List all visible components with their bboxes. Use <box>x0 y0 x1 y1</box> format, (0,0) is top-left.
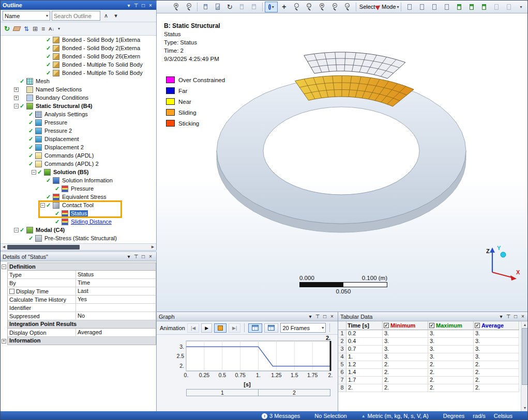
panel-menu-icon[interactable]: ▾ <box>125 254 132 259</box>
table-cell[interactable]: 1. <box>346 353 383 361</box>
messages-status[interactable]: i 3 Messages <box>262 413 300 419</box>
scope-options-icon[interactable]: ▾ <box>112 11 120 21</box>
tree-item-bonded-multiple-to-solid-body[interactable]: ✓Bonded - Multiple To Solid Body <box>1 69 156 77</box>
table-cell[interactable]: 2. <box>383 369 428 377</box>
tree-item-bonded-solid-body-1-externa[interactable]: ✓Bonded - Solid Body 1(Externa <box>1 36 156 44</box>
time-history-chart[interactable]: 0.0.250.50.751.1.251.51.752.3.2.52.2. <box>158 336 337 381</box>
table-cell[interactable]: 3. <box>474 338 519 346</box>
tree-item-status[interactable]: ✓Status <box>1 209 156 217</box>
tabular-panel-header[interactable]: Tabular Data ▾ ⊤ □ × <box>338 312 528 321</box>
table-row[interactable]: 10.23.3.3. <box>338 330 521 338</box>
details-value-calculate-time-history[interactable]: Yes <box>76 295 156 304</box>
table-row[interactable]: 82.2.2.2. <box>338 384 521 392</box>
result-table-button[interactable] <box>264 323 278 333</box>
scrollbar-thumb[interactable] <box>7 245 80 250</box>
expander-icon[interactable]: − <box>32 170 36 175</box>
tree-item-pre-stress-static-structural[interactable]: ✓Pre-Stress (Static Structural) <box>1 234 156 242</box>
tree-item-sliding-distance[interactable]: ✓Sliding Distance <box>1 217 156 226</box>
table-cell[interactable]: 0.2 <box>346 330 383 338</box>
named-selection-worksheet-button[interactable] <box>466 2 477 12</box>
tree-item-commands-apdl[interactable]: ✓Commands (APDL) <box>1 151 156 160</box>
load-step-2[interactable]: 2 <box>259 390 330 396</box>
tree-item-solution-b5[interactable]: −✓Solution (B5) <box>1 168 156 176</box>
table-cell[interactable]: 2. <box>428 361 474 369</box>
zoom-dynamic-button[interactable]: ↔ <box>341 2 353 12</box>
table-cell[interactable]: 3. <box>383 338 428 346</box>
tree-item-analysis-settings[interactable]: ✓Analysis Settings <box>1 110 156 118</box>
sort-arrows-icon[interactable]: ⇅ <box>24 25 29 33</box>
column-header-maximum[interactable]: ✓Maximum <box>428 321 474 330</box>
sort-az-icon[interactable]: A↓ <box>49 26 54 32</box>
load-step-1[interactable]: 1 <box>187 390 259 396</box>
table-cell[interactable]: 2. <box>474 369 519 377</box>
table-cell[interactable]: 3. <box>383 353 428 361</box>
skip-to-start-button[interactable]: |◀ <box>187 323 199 333</box>
temperature-status[interactable]: Celsius <box>494 413 512 419</box>
expander-icon[interactable]: − <box>40 203 45 208</box>
scroll-up-icon[interactable]: ▲ <box>523 321 527 328</box>
panel-menu-icon[interactable]: ▾ <box>497 314 505 319</box>
frames-dropdown[interactable]: 20 Frames ▾ <box>280 323 326 333</box>
tree-item-boundary-conditions[interactable]: +Boundary Conditions <box>1 94 156 102</box>
tree-item-bonded-solid-body-2-externa[interactable]: ✓Bonded - Solid Body 2(Externa <box>1 44 156 52</box>
column-header-minimum[interactable]: ✓Minimum <box>383 321 428 330</box>
tree-item-mesh[interactable]: ✓Mesh <box>1 77 156 85</box>
pin-icon[interactable]: ⊤ <box>132 254 140 259</box>
table-cell[interactable]: 3. <box>474 330 519 338</box>
tree-view-icon[interactable]: ≡ <box>41 25 45 33</box>
clear-filter-icon[interactable] <box>12 26 21 31</box>
table-row[interactable]: 71.72.2.2. <box>338 377 521 384</box>
table-cell[interactable]: 2. <box>428 369 474 377</box>
zoom-box-button[interactable]: □ <box>303 2 315 12</box>
details-panel-header[interactable]: Details of "Status" ▾ ⊤ □ × <box>1 252 156 261</box>
table-cell[interactable]: 2. <box>428 384 474 392</box>
tree-item-displacement-2[interactable]: ✓Displacement 2 <box>1 143 156 151</box>
tree-item-commands-apdl-2[interactable]: ✓Commands (APDL) 2 <box>1 160 156 168</box>
mode-dropdown[interactable]: Mode ▾ <box>377 2 399 12</box>
details-value-display-option[interactable]: Averaged <box>76 329 156 337</box>
expand-all-icon[interactable]: ⊞ <box>33 25 38 33</box>
angular-velocity-status[interactable]: rad/s <box>473 413 485 419</box>
parameters-worksheet-button[interactable] <box>478 2 490 12</box>
skip-to-end-button[interactable]: ▶| <box>229 323 240 333</box>
scope-up-button[interactable]: ∧ <box>102 11 110 21</box>
table-cell[interactable]: 3. <box>428 330 474 338</box>
table-cell[interactable]: 0.7 <box>346 346 383 353</box>
select-type-dropdown[interactable]: ▾ <box>265 2 278 12</box>
scrollbar-track[interactable] <box>7 244 149 250</box>
triad[interactable]: Z Y X <box>474 244 521 282</box>
result-chart-button[interactable] <box>248 323 262 333</box>
outline-panel-header[interactable]: Outline ▾ ⊤ □ × <box>1 1 156 10</box>
selection-worksheet-button[interactable] <box>454 2 465 12</box>
scroll-left-icon[interactable]: ◀ <box>1 245 7 249</box>
tabular-scrollbar[interactable]: ▲ ▼ <box>521 321 528 411</box>
table-cell[interactable]: 2. <box>346 384 383 392</box>
edge-display-button[interactable] <box>503 2 515 12</box>
table-cell[interactable]: 2. <box>383 361 428 369</box>
expander-icon[interactable]: − <box>14 104 19 108</box>
table-cell[interactable]: 3. <box>383 346 428 353</box>
table-cell[interactable]: 2. <box>383 377 428 384</box>
scroll-right-icon[interactable]: ▶ <box>149 245 156 249</box>
box-zoom-button[interactable] <box>200 2 211 12</box>
details-value-type[interactable]: Status <box>76 271 156 279</box>
column-header-average[interactable]: ✓Average <box>474 321 519 330</box>
float-icon[interactable]: □ <box>321 314 328 319</box>
table-cell[interactable]: 3. <box>474 353 519 361</box>
filter-vertex-button[interactable] <box>404 2 415 12</box>
scrollbar-track[interactable] <box>521 328 528 405</box>
rotate-view-button[interactable]: ↻ <box>224 2 235 12</box>
filter-body-button[interactable] <box>441 2 452 12</box>
scroll-down-icon[interactable]: ▼ <box>523 405 527 411</box>
table-cell[interactable]: 3. <box>428 346 474 353</box>
table-cell[interactable]: 1.4 <box>346 369 383 377</box>
panel-menu-icon[interactable]: ▾ <box>307 314 314 319</box>
tree-item-pressure[interactable]: ✓Pressure <box>1 118 156 127</box>
tree-item-displacement[interactable]: ✓Displacement <box>1 135 156 143</box>
minimum-checkbox[interactable]: ✓ <box>384 323 389 328</box>
float-icon[interactable]: □ <box>512 314 519 319</box>
zoom-in-tool-button[interactable]: + <box>316 2 328 12</box>
table-row[interactable]: 20.43.3.3. <box>338 338 521 346</box>
details-value-identifier[interactable] <box>76 304 156 312</box>
table-cell[interactable]: 3. <box>474 346 519 353</box>
